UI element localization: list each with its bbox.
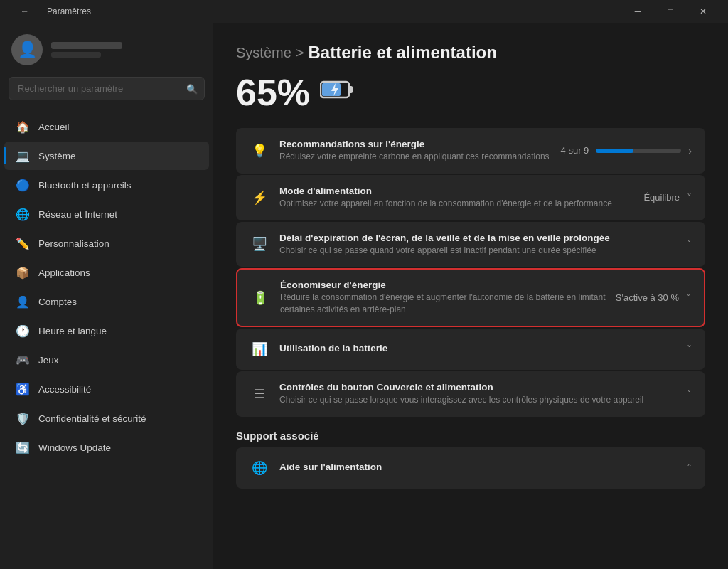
- nav-icon-systeme: 💻: [16, 149, 30, 163]
- svg-rect-1: [349, 86, 353, 93]
- setting-value-recommandations: 4 sur 9: [561, 145, 589, 156]
- support-title-aide-alimentation: Aide sur l'alimentation: [279, 462, 677, 472]
- setting-chevron-economiseur: ˅: [686, 292, 691, 304]
- setting-title-economiseur: Économiseur d'énergie: [280, 280, 606, 290]
- breadcrumb: Système > Batterie et alimentation: [236, 43, 705, 63]
- setting-title-controles-bouton: Contrôles du bouton Couvercle et aliment…: [279, 382, 677, 393]
- nav-label-applications: Applications: [38, 267, 90, 278]
- avatar-icon: 👤: [18, 41, 37, 59]
- setting-right-mode-alimentation: Équilibre ˅: [643, 192, 692, 203]
- nav-icon-accessibilite: ♿: [16, 382, 30, 396]
- titlebar-left: ← Paramètres: [9, 0, 91, 23]
- battery-percent: 65%: [236, 74, 310, 111]
- setting-right-delai-expiration: ˅: [687, 238, 692, 250]
- setting-chevron-mode-alimentation: ˅: [687, 192, 692, 203]
- support-section-label: Support associé: [236, 430, 705, 442]
- breadcrumb-sep: >: [296, 45, 304, 61]
- setting-desc-delai-expiration: Choisir ce qui se passe quand votre appa…: [279, 245, 677, 257]
- nav-icon-accueil: 🏠: [16, 119, 30, 134]
- titlebar: ← Paramètres ─ □ ✕: [0, 0, 728, 23]
- setting-item-recommandations[interactable]: 💡 Recommandations sur l'énergie Réduisez…: [236, 128, 705, 174]
- setting-content-utilisation-batterie: Utilisation de la batterie: [279, 343, 677, 355]
- nav-icon-jeux: 🎮: [16, 353, 30, 367]
- setting-desc-economiseur: Réduire la consommation d'énergie et aug…: [280, 292, 606, 316]
- nav-list: 🏠 Accueil 💻 Système 🔵 Bluetooth et appar…: [0, 109, 213, 569]
- setting-right-controles-bouton: ˅: [687, 388, 692, 400]
- nav-icon-confidentialite: 🛡️: [16, 411, 30, 425]
- avatar: 👤: [11, 34, 43, 65]
- search-box: 🔍: [9, 77, 205, 100]
- settings-list: 💡 Recommandations sur l'énergie Réduisez…: [236, 128, 705, 417]
- sidebar-item-accessibilite[interactable]: ♿ Accessibilité: [4, 375, 209, 403]
- nav-icon-bluetooth: 🔵: [16, 178, 30, 192]
- titlebar-controls: ─ □ ✕: [621, 0, 719, 23]
- setting-content-delai-expiration: Délai d'expiration de l'écran, de la vei…: [279, 233, 677, 257]
- setting-item-mode-alimentation[interactable]: ⚡ Mode d'alimentation Optimisez votre ap…: [236, 175, 705, 220]
- nav-icon-personnalisation: ✏️: [16, 236, 30, 250]
- sidebar-item-personnalisation[interactable]: ✏️ Personnalisation: [4, 229, 209, 257]
- nav-label-comptes: Comptes: [38, 297, 77, 307]
- sidebar-item-jeux[interactable]: 🎮 Jeux: [4, 346, 209, 374]
- nav-label-reseau: Réseau et Internet: [38, 209, 117, 220]
- back-button[interactable]: ←: [9, 0, 41, 23]
- nav-label-bluetooth: Bluetooth et appareils: [38, 180, 132, 191]
- battery-icon: [320, 78, 354, 107]
- sidebar-item-reseau[interactable]: 🌐 Réseau et Internet: [4, 200, 209, 228]
- setting-title-recommandations: Recommandations sur l'énergie: [279, 139, 551, 149]
- sidebar-item-accueil[interactable]: 🏠 Accueil: [4, 112, 209, 141]
- nav-icon-comptes: 👤: [16, 294, 30, 309]
- setting-item-controles-bouton[interactable]: ☰ Contrôles du bouton Couvercle et alime…: [236, 371, 705, 417]
- sidebar-item-comptes[interactable]: 👤 Comptes: [4, 287, 209, 316]
- setting-icon-delai-expiration: 🖥️: [250, 234, 269, 254]
- setting-title-mode-alimentation: Mode d'alimentation: [279, 186, 633, 196]
- nav-icon-heure: 🕐: [16, 324, 30, 338]
- progress-bar-recommandations: [596, 149, 681, 153]
- support-item-aide-alimentation[interactable]: 🌐 Aide sur l'alimentation ˄: [236, 447, 705, 489]
- user-info: [51, 42, 122, 58]
- sidebar: 👤 🔍 🏠 Accueil 💻 Système 🔵 Bluetooth et a…: [0, 23, 213, 569]
- support-right-aide-alimentation: ˄: [687, 462, 692, 474]
- setting-icon-controles-bouton: ☰: [250, 384, 269, 404]
- battery-svg: [320, 78, 354, 101]
- search-input[interactable]: [9, 77, 205, 100]
- setting-desc-mode-alimentation: Optimisez votre appareil en fonction de …: [279, 198, 633, 210]
- setting-content-recommandations: Recommandations sur l'énergie Réduisez v…: [279, 139, 551, 163]
- progress-bar-wrap-recommandations: [596, 149, 681, 153]
- setting-content-mode-alimentation: Mode d'alimentation Optimisez votre appa…: [279, 186, 633, 210]
- setting-item-economiseur[interactable]: 🔋 Économiseur d'énergie Réduire la conso…: [236, 268, 705, 327]
- setting-desc-recommandations: Réduisez votre empreinte carbone en appl…: [279, 151, 551, 163]
- setting-chevron-recommandations: ›: [688, 145, 692, 156]
- sidebar-item-systeme[interactable]: 💻 Système: [4, 142, 209, 170]
- setting-right-recommandations: 4 sur 9 ›: [561, 145, 692, 156]
- titlebar-title: Paramètres: [47, 6, 91, 16]
- setting-right-utilisation-batterie: ˅: [687, 344, 692, 355]
- setting-icon-economiseur: 🔋: [250, 288, 270, 308]
- setting-chevron-controles-bouton: ˅: [687, 388, 692, 400]
- setting-chevron-utilisation-batterie: ˅: [687, 344, 692, 355]
- breadcrumb-current: Batterie et alimentation: [309, 43, 497, 63]
- support-content-aide-alimentation: Aide sur l'alimentation: [279, 462, 677, 474]
- close-button[interactable]: ✕: [687, 0, 719, 23]
- setting-item-utilisation-batterie[interactable]: 📊 Utilisation de la batterie ˅: [236, 329, 705, 370]
- user-sub: [51, 52, 101, 58]
- setting-icon-recommandations: 💡: [250, 141, 269, 161]
- setting-chevron-delai-expiration: ˅: [687, 238, 692, 250]
- minimize-button[interactable]: ─: [621, 0, 654, 23]
- sidebar-item-heure[interactable]: 🕐 Heure et langue: [4, 317, 209, 345]
- nav-label-confidentialite: Confidentialité et sécurité: [38, 413, 146, 424]
- nav-label-systeme: Système: [38, 151, 76, 161]
- sidebar-item-confidentialite[interactable]: 🛡️ Confidentialité et sécurité: [4, 404, 209, 432]
- app-container: 👤 🔍 🏠 Accueil 💻 Système 🔵 Bluetooth et a…: [0, 23, 728, 569]
- support-chevron-aide-alimentation: ˄: [687, 462, 692, 474]
- support-list: 🌐 Aide sur l'alimentation ˄: [236, 447, 705, 489]
- setting-item-delai-expiration[interactable]: 🖥️ Délai d'expiration de l'écran, de la …: [236, 222, 705, 267]
- nav-icon-reseau: 🌐: [16, 207, 30, 221]
- maximize-button[interactable]: □: [654, 0, 687, 23]
- setting-right-economiseur: S'active à 30 % ˅: [616, 292, 691, 304]
- sidebar-item-bluetooth[interactable]: 🔵 Bluetooth et appareils: [4, 171, 209, 199]
- nav-icon-windows-update: 🔄: [16, 440, 30, 454]
- setting-value-economiseur: S'active à 30 %: [616, 292, 679, 303]
- nav-label-personnalisation: Personnalisation: [38, 238, 109, 249]
- sidebar-item-windows-update[interactable]: 🔄 Windows Update: [4, 433, 209, 462]
- sidebar-item-applications[interactable]: 📦 Applications: [4, 258, 209, 287]
